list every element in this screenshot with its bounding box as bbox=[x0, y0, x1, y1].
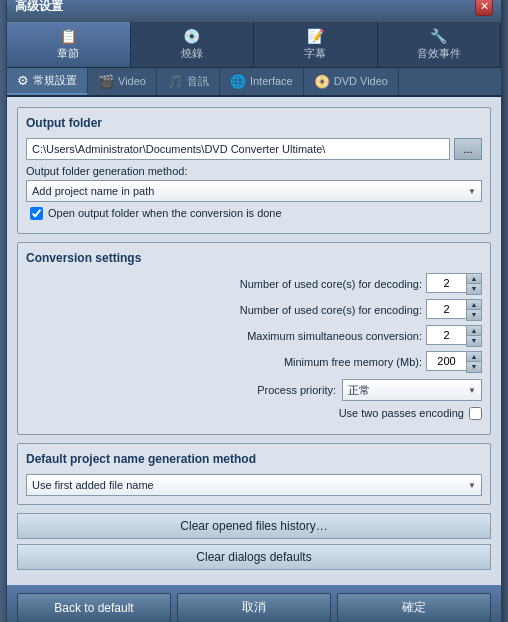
default-project-title: Default project name generation method bbox=[26, 452, 482, 466]
browse-button[interactable]: ... bbox=[454, 138, 482, 160]
min-memory-spinners: ▲ ▼ bbox=[466, 351, 482, 373]
tab-audio-events-label: 音效事件 bbox=[417, 46, 461, 61]
conversion-settings-title: Conversion settings bbox=[26, 251, 482, 265]
output-path-row: ... bbox=[26, 138, 482, 160]
subtab-video-label: Video bbox=[118, 75, 146, 87]
subtitles-icon: 📝 bbox=[307, 28, 324, 44]
dvd-icon: 📀 bbox=[314, 74, 330, 89]
method-select-wrapper: Add project name in path Use output fold… bbox=[26, 180, 482, 202]
tab-chapters[interactable]: 📋 章節 bbox=[7, 22, 131, 67]
cores-encoding-input-group: ▲ ▼ bbox=[426, 299, 482, 321]
chapters-icon: 📋 bbox=[60, 28, 77, 44]
content-area: Output folder ... Output folder generati… bbox=[7, 97, 501, 585]
max-conversion-spinners: ▲ ▼ bbox=[466, 325, 482, 347]
max-conversion-input[interactable] bbox=[426, 325, 466, 345]
tab-burn-label: 燒錄 bbox=[181, 46, 203, 61]
priority-select-wrapper: 正常 低 高 bbox=[342, 379, 482, 401]
general-icon: ⚙ bbox=[17, 73, 29, 88]
priority-row: Process priority: 正常 低 高 bbox=[26, 379, 482, 401]
clear-history-button[interactable]: Clear opened files history… bbox=[17, 513, 491, 539]
subtab-audio[interactable]: 🎵 音訊 bbox=[157, 68, 220, 95]
cores-decoding-row: Number of used core(s) for decoding: ▲ ▼ bbox=[26, 273, 482, 295]
tab-chapters-label: 章節 bbox=[57, 46, 79, 61]
subtab-interface-label: Interface bbox=[250, 75, 293, 87]
output-folder-section: Output folder ... Output folder generati… bbox=[17, 107, 491, 234]
cores-encoding-label: Number of used core(s) for encoding: bbox=[240, 304, 422, 316]
max-conversion-label: Maximum simultaneous conversion: bbox=[247, 330, 422, 342]
two-pass-checkbox[interactable] bbox=[469, 407, 482, 420]
cores-encoding-row: Number of used core(s) for encoding: ▲ ▼ bbox=[26, 299, 482, 321]
max-conversion-row: Maximum simultaneous conversion: ▲ ▼ bbox=[26, 325, 482, 347]
subtab-general[interactable]: ⚙ 常規設置 bbox=[7, 68, 88, 95]
default-project-select-wrapper: Use first added file name Use custom nam… bbox=[26, 474, 482, 496]
cores-decoding-down[interactable]: ▼ bbox=[467, 284, 481, 294]
subtab-audio-label: 音訊 bbox=[187, 74, 209, 89]
cores-decoding-input[interactable] bbox=[426, 273, 466, 293]
window-title: 高级设置 bbox=[15, 0, 63, 15]
default-project-section: Default project name generation method U… bbox=[17, 443, 491, 505]
min-memory-input-group: ▲ ▼ bbox=[426, 351, 482, 373]
audio-icon: 🎵 bbox=[167, 74, 183, 89]
main-tab-bar: 📋 章節 💿 燒錄 📝 字幕 🔧 音效事件 bbox=[7, 22, 501, 68]
open-folder-label: Open output folder when the conversion i… bbox=[48, 207, 282, 219]
video-icon: 🎬 bbox=[98, 74, 114, 89]
subtab-dvd-video[interactable]: 📀 DVD Video bbox=[304, 68, 399, 95]
back-to-default-button[interactable]: Back to default bbox=[17, 593, 171, 623]
min-memory-label: Minimum free memory (Mb): bbox=[284, 356, 422, 368]
cores-encoding-down[interactable]: ▼ bbox=[467, 310, 481, 320]
subtab-interface[interactable]: 🌐 Interface bbox=[220, 68, 304, 95]
bottom-bar: Back to default 取消 確定 bbox=[7, 585, 501, 623]
min-memory-up[interactable]: ▲ bbox=[467, 352, 481, 362]
max-conversion-up[interactable]: ▲ bbox=[467, 326, 481, 336]
burn-icon: 💿 bbox=[183, 28, 200, 44]
priority-label: Process priority: bbox=[257, 384, 336, 396]
cancel-button[interactable]: 取消 bbox=[177, 593, 331, 623]
audio-events-icon: 🔧 bbox=[430, 28, 447, 44]
tab-burn[interactable]: 💿 燒錄 bbox=[131, 22, 255, 67]
tab-subtitles-label: 字幕 bbox=[304, 46, 326, 61]
cores-encoding-spinners: ▲ ▼ bbox=[466, 299, 482, 321]
main-window: 高级设置 ✕ 📋 章節 💿 燒錄 📝 字幕 🔧 音效事件 ⚙ 常規設置 🎬 Vi… bbox=[6, 0, 502, 622]
min-memory-row: Minimum free memory (Mb): ▲ ▼ bbox=[26, 351, 482, 373]
open-folder-row: Open output folder when the conversion i… bbox=[30, 207, 482, 220]
subtab-general-label: 常規設置 bbox=[33, 73, 77, 88]
min-memory-input[interactable] bbox=[426, 351, 466, 371]
subtab-dvd-label: DVD Video bbox=[334, 75, 388, 87]
max-conversion-down[interactable]: ▼ bbox=[467, 336, 481, 346]
min-memory-down[interactable]: ▼ bbox=[467, 362, 481, 372]
max-conversion-input-group: ▲ ▼ bbox=[426, 325, 482, 347]
output-path-input[interactable] bbox=[26, 138, 450, 160]
close-button[interactable]: ✕ bbox=[475, 0, 493, 16]
interface-icon: 🌐 bbox=[230, 74, 246, 89]
default-project-select[interactable]: Use first added file name Use custom nam… bbox=[26, 474, 482, 496]
two-pass-row: Use two passes encoding bbox=[26, 407, 482, 420]
ok-button[interactable]: 確定 bbox=[337, 593, 491, 623]
output-folder-title: Output folder bbox=[26, 116, 482, 130]
cores-decoding-spinners: ▲ ▼ bbox=[466, 273, 482, 295]
priority-select[interactable]: 正常 低 高 bbox=[342, 379, 482, 401]
sub-tab-bar: ⚙ 常規設置 🎬 Video 🎵 音訊 🌐 Interface 📀 DVD Vi… bbox=[7, 68, 501, 97]
method-label: Output folder generation method: bbox=[26, 165, 482, 177]
tab-subtitles[interactable]: 📝 字幕 bbox=[254, 22, 378, 67]
clear-dialogs-button[interactable]: Clear dialogs defaults bbox=[17, 544, 491, 570]
cores-encoding-input[interactable] bbox=[426, 299, 466, 319]
tab-audio-events[interactable]: 🔧 音效事件 bbox=[378, 22, 502, 67]
method-select[interactable]: Add project name in path Use output fold… bbox=[26, 180, 482, 202]
cores-decoding-label: Number of used core(s) for decoding: bbox=[240, 278, 422, 290]
title-bar: 高级设置 ✕ bbox=[7, 0, 501, 22]
cores-decoding-up[interactable]: ▲ bbox=[467, 274, 481, 284]
cores-encoding-up[interactable]: ▲ bbox=[467, 300, 481, 310]
cores-decoding-input-group: ▲ ▼ bbox=[426, 273, 482, 295]
conversion-settings-section: Conversion settings Number of used core(… bbox=[17, 242, 491, 435]
subtab-video[interactable]: 🎬 Video bbox=[88, 68, 157, 95]
open-folder-checkbox[interactable] bbox=[30, 207, 43, 220]
two-pass-label: Use two passes encoding bbox=[339, 407, 464, 419]
